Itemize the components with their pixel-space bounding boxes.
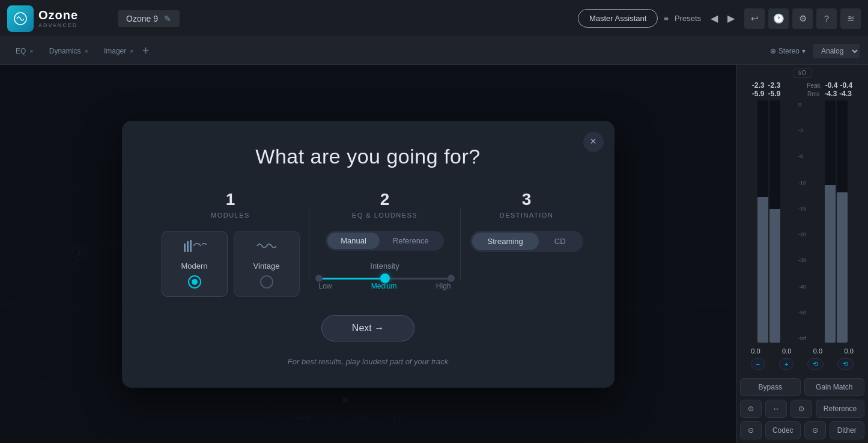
meter-section: I/O -2.3 -2.3 -5.9 -5.9 Peak	[736, 65, 868, 374]
input-fill-r	[769, 209, 780, 343]
step-3-destination: 3 DESTINATION Streaming CD	[461, 190, 593, 297]
mode-select[interactable]: Analog	[813, 44, 860, 58]
reference-button[interactable]: Reference	[816, 400, 864, 418]
edit-icon[interactable]: ✎	[164, 14, 171, 23]
undo-button[interactable]: ↩	[744, 8, 765, 29]
stereo-icon: ⊕	[770, 47, 776, 55]
module-tab-dynamics[interactable]: Dynamics ×	[42, 44, 96, 58]
module-card-modern[interactable]: Modern	[162, 231, 228, 297]
stereo-label: Stereo	[778, 47, 800, 55]
add-module-button[interactable]: +	[142, 44, 150, 58]
stereo-btn[interactable]: ⊕ Stereo ▾	[770, 47, 806, 55]
dither-button[interactable]: Dither	[830, 421, 865, 439]
next-preset-button[interactable]: ▶	[724, 11, 738, 25]
intensity-high: High	[436, 282, 451, 290]
vintage-label: Vintage	[253, 261, 280, 270]
module-tab-eq[interactable]: EQ ×	[8, 44, 41, 58]
help-button[interactable]: ?	[816, 8, 837, 29]
list-icon: ≡	[664, 14, 669, 23]
settings-button[interactable]: ⚙	[792, 8, 813, 29]
bypass-button[interactable]: Bypass	[740, 378, 801, 396]
fader-minus-1[interactable]: −	[751, 358, 765, 370]
codec-icon-button[interactable]: ⊙	[740, 421, 762, 439]
modern-icon	[183, 239, 207, 257]
input-fill-l	[757, 197, 768, 343]
logo-icon	[7, 5, 34, 32]
intensity-label: Intensity	[370, 261, 399, 270]
dest-streaming[interactable]: Streaming	[472, 233, 539, 250]
fader-reset-1[interactable]: ⟲	[807, 358, 824, 370]
presets-nav: ◀ ▶	[707, 11, 738, 25]
step-1-modules: 1 MODULES	[152, 190, 309, 297]
next-btn-wrapper: Next →	[152, 315, 584, 350]
output-fill-l	[825, 185, 836, 343]
vintage-radio[interactable]	[260, 275, 273, 289]
toggle-reference[interactable]: Reference	[380, 233, 442, 249]
module-cards: Modern V	[162, 231, 300, 297]
extra-button[interactable]: ≋	[840, 8, 861, 29]
dither-icon-button[interactable]: ⊙	[804, 421, 826, 439]
master-assistant-button[interactable]: Master Assistant	[578, 9, 658, 28]
fader-plus-1[interactable]: +	[779, 358, 794, 370]
history-button[interactable]: 🕐	[768, 8, 789, 29]
modern-label: Modern	[181, 261, 207, 270]
rms-label: Rms	[807, 91, 820, 97]
preset-name-area[interactable]: Ozone 9 ✎	[118, 10, 180, 27]
link-button[interactable]: ↔	[765, 400, 787, 418]
close-dynamics-icon[interactable]: ×	[84, 47, 88, 55]
fader-buttons: − + ⟲ ⟲	[740, 357, 864, 371]
close-eq-icon[interactable]: ×	[29, 47, 33, 55]
gain-match-button[interactable]: Gain Match	[804, 378, 865, 396]
eq-mode-toggle[interactable]: Manual Reference	[326, 231, 444, 251]
right-peak-val: -2.3	[768, 81, 781, 90]
fader-reset-2[interactable]: ⟲	[837, 358, 854, 370]
close-imager-icon[interactable]: ×	[130, 47, 133, 55]
next-button[interactable]: Next →	[321, 315, 414, 341]
module-tab-eq-label: EQ	[16, 47, 26, 55]
left-peak-val: -2.3	[752, 81, 765, 90]
reference-icon-button[interactable]: ⊙	[791, 400, 812, 418]
bottom-buttons: Bypass Gain Match ⊙ ↔ ⊙ Reference ⊙ Code…	[736, 374, 868, 443]
secondary-right: ⊕ Stereo ▾ Analog	[770, 44, 860, 58]
fader-val-4: 0.0	[844, 347, 853, 355]
step-3-number: 3	[522, 190, 532, 209]
steps-container: 1 MODULES	[152, 190, 584, 297]
right-rms-val: -5.9	[768, 90, 781, 98]
prev-preset-button[interactable]: ◀	[707, 11, 721, 25]
logo-text: Ozone ADVANCED	[38, 8, 78, 28]
presets-area: ≡ Presets ◀ ▶	[664, 11, 738, 25]
intensity-thumb[interactable]	[380, 273, 390, 283]
right-panel: I/O -2.3 -2.3 -5.9 -5.9 Peak	[736, 65, 868, 443]
close-icon: ×	[590, 135, 596, 148]
secondary-bar: EQ × Dynamics × Imager × + ⊕ Stereo ▾ An…	[0, 37, 868, 65]
output-meter-r	[837, 100, 848, 343]
modal-overlay: × What are you going for? 1 MODULES	[0, 65, 736, 443]
meter-scale: 0 -3 -6 -10 -15 -20 -30 -40 -50 -inf	[798, 100, 806, 343]
intensity-dot-high	[448, 275, 455, 282]
modal-close-button[interactable]: ×	[583, 132, 604, 152]
toggle-manual[interactable]: Manual	[327, 233, 380, 249]
codec-dither-row: ⊙ Codec ⊙ Dither	[740, 421, 864, 439]
fader-val-3: 0.0	[813, 347, 822, 355]
vintage-icon	[255, 239, 279, 257]
main-content: EQ 100 200 500 2k Freq 446 Hz Gain 3.2dB…	[0, 65, 868, 443]
compare-icon-button[interactable]: ⊙	[740, 400, 762, 418]
module-card-vintage[interactable]: Vintage	[234, 231, 300, 297]
codec-button[interactable]: Codec	[765, 421, 801, 439]
svg-rect-18	[187, 241, 189, 252]
step-1-number: 1	[226, 190, 235, 209]
top-bar: Ozone ADVANCED Ozone 9 ✎ Master Assistan…	[0, 0, 868, 37]
modal-title: What are you going for?	[152, 145, 584, 168]
intensity-track	[319, 278, 451, 280]
intensity-slider[interactable]	[319, 278, 451, 280]
modern-radio[interactable]	[188, 275, 201, 289]
app-title: Ozone	[38, 8, 78, 22]
input-meters	[740, 100, 797, 343]
stereo-chevron: ▾	[802, 47, 806, 55]
dest-toggle[interactable]: Streaming CD	[470, 231, 583, 252]
dest-cd[interactable]: CD	[539, 233, 581, 250]
step-2-label: EQ & LOUDNESS	[352, 212, 417, 219]
app-subtitle: ADVANCED	[38, 22, 78, 28]
presets-label: Presets	[675, 14, 701, 23]
module-tab-imager[interactable]: Imager ×	[97, 44, 141, 58]
